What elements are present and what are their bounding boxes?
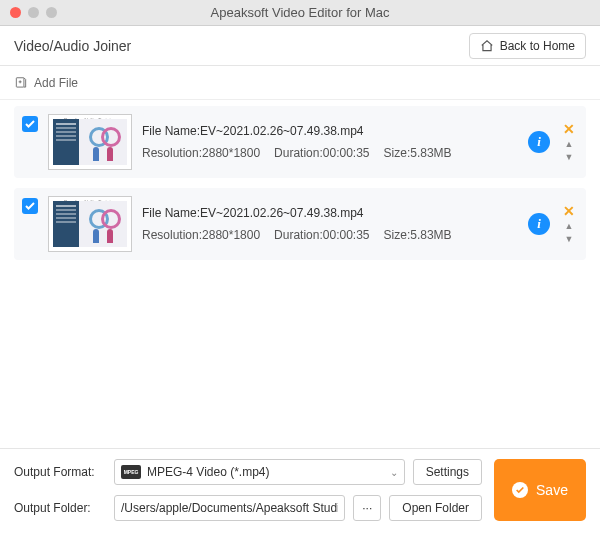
file-info: File Name:EV~2021.02.26~07.49.38.mp4 Res… [142, 124, 518, 160]
file-row: Reading Ability Training File Name:EV~20… [14, 106, 586, 178]
minimize-window-icon[interactable] [28, 7, 39, 18]
size-prefix: Size: [384, 228, 411, 242]
open-folder-button[interactable]: Open Folder [389, 495, 482, 521]
file-name-value: EV~2021.02.26~07.49.38.mp4 [200, 206, 363, 220]
window-title: Apeaksoft Video Editor for Mac [0, 5, 600, 20]
browse-folder-button[interactable]: ··· [353, 495, 381, 521]
resolution-prefix: Resolution: [142, 228, 202, 242]
move-up-icon[interactable]: ▲ [565, 222, 574, 231]
add-file-button[interactable]: Add File [14, 76, 78, 90]
add-file-label: Add File [34, 76, 78, 90]
window-controls [0, 7, 57, 18]
file-info: File Name:EV~2021.02.26~07.49.38.mp4 Res… [142, 206, 518, 242]
output-folder-label: Output Folder: [14, 501, 106, 515]
home-icon [480, 39, 494, 53]
resolution-value: 2880*1800 [202, 228, 260, 242]
footer: Output Format: MPEG MPEG-4 Video (*.mp4)… [0, 448, 600, 535]
duration-value: 00:00:35 [323, 146, 370, 160]
page-title: Video/Audio Joiner [14, 38, 131, 54]
size-value: 5.83MB [410, 146, 451, 160]
file-thumbnail[interactable]: Reading Ability Training [48, 196, 132, 252]
output-format-label: Output Format: [14, 465, 106, 479]
subheader: Video/Audio Joiner Back to Home [0, 26, 600, 66]
back-to-home-button[interactable]: Back to Home [469, 33, 586, 59]
chevron-down-icon: ⌄ [390, 467, 398, 478]
output-folder-input[interactable] [114, 495, 345, 521]
save-button-label: Save [536, 482, 568, 498]
file-thumbnail[interactable]: Reading Ability Training [48, 114, 132, 170]
maximize-window-icon[interactable] [46, 7, 57, 18]
resolution-prefix: Resolution: [142, 146, 202, 160]
info-icon[interactable]: i [528, 131, 550, 153]
file-name-prefix: File Name: [142, 206, 200, 220]
file-name-prefix: File Name: [142, 124, 200, 138]
output-format-select[interactable]: MPEG MPEG-4 Video (*.mp4) ⌄ [114, 459, 405, 485]
move-down-icon[interactable]: ▼ [565, 235, 574, 244]
toolbar: Add File [0, 66, 600, 100]
info-icon[interactable]: i [528, 213, 550, 235]
file-name-value: EV~2021.02.26~07.49.38.mp4 [200, 124, 363, 138]
settings-button[interactable]: Settings [413, 459, 482, 485]
duration-prefix: Duration: [274, 228, 323, 242]
close-window-icon[interactable] [10, 7, 21, 18]
format-badge-icon: MPEG [121, 465, 141, 479]
home-button-label: Back to Home [500, 39, 575, 53]
check-circle-icon [512, 482, 528, 498]
output-format-value: MPEG-4 Video (*.mp4) [147, 465, 390, 479]
file-row: Reading Ability Training File Name:EV~20… [14, 188, 586, 260]
size-value: 5.83MB [410, 228, 451, 242]
remove-icon[interactable]: ✕ [563, 204, 575, 218]
duration-prefix: Duration: [274, 146, 323, 160]
resolution-value: 2880*1800 [202, 146, 260, 160]
titlebar: Apeaksoft Video Editor for Mac [0, 0, 600, 26]
file-list: Reading Ability Training File Name:EV~20… [0, 100, 600, 448]
file-checkbox[interactable] [22, 198, 38, 214]
size-prefix: Size: [384, 146, 411, 160]
save-button[interactable]: Save [494, 459, 586, 521]
row-controls: ✕ ▲ ▼ [560, 204, 578, 244]
file-checkbox[interactable] [22, 116, 38, 132]
move-down-icon[interactable]: ▼ [565, 153, 574, 162]
row-controls: ✕ ▲ ▼ [560, 122, 578, 162]
add-file-icon [14, 76, 28, 90]
remove-icon[interactable]: ✕ [563, 122, 575, 136]
duration-value: 00:00:35 [323, 228, 370, 242]
move-up-icon[interactable]: ▲ [565, 140, 574, 149]
